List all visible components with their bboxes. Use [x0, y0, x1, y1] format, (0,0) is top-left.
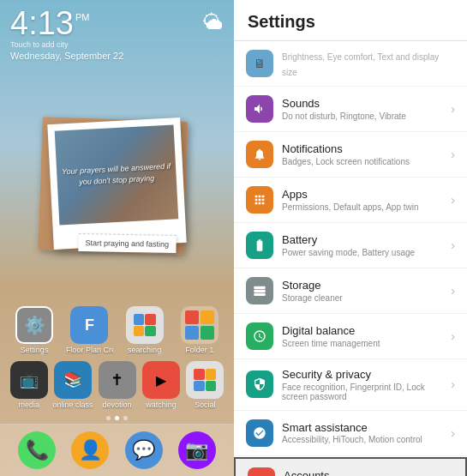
- battery-text: Battery Power saving mode, Battery usage: [282, 233, 451, 257]
- storage-icon: [246, 277, 273, 304]
- polaroid-card: Your prayers will be answered if you don…: [47, 117, 186, 250]
- devotion-app-icon[interactable]: ✝: [99, 361, 136, 399]
- digital-balance-text: Digital balance Screen time management: [282, 324, 451, 348]
- watching-app-icon[interactable]: ▶: [142, 361, 180, 399]
- app-floorplan[interactable]: F Floor Plan Creator: [66, 306, 113, 354]
- notifications-icon: [246, 141, 273, 168]
- settings-app-icon[interactable]: ⚙️: [15, 306, 53, 344]
- digital-balance-sub: Screen time management: [282, 339, 451, 348]
- partial-text: Brightness, Eye comfort, Text and displa…: [282, 48, 455, 79]
- sounds-name: Sounds: [282, 97, 451, 111]
- settings-item-apps[interactable]: Apps Permissions, Default apps, App twin…: [234, 178, 467, 223]
- digital-balance-icon: [246, 322, 273, 350]
- dot-3: [123, 416, 128, 420]
- app-online-class[interactable]: 📚 online class: [51, 361, 94, 409]
- devotion-app-label: devotion: [103, 401, 132, 409]
- storage-text: Storage Storage cleaner: [282, 279, 451, 303]
- time-block: 4:13 PM Touch to add city Wednesday, Sep…: [10, 7, 123, 61]
- settings-item-accounts[interactable]: Accounts Accounts ›: [234, 457, 467, 476]
- status-bar: 4:13 PM Touch to add city Wednesday, Sep…: [0, 0, 234, 64]
- battery-icon: [246, 232, 273, 259]
- smart-assistance-chevron: ›: [451, 426, 455, 440]
- digital-balance-chevron: ›: [451, 329, 455, 343]
- settings-item-sounds[interactable]: Sounds Do not disturb, Ringtone, Vibrate…: [234, 87, 467, 132]
- settings-item-security[interactable]: Security & privacy Face recognition, Fin…: [234, 359, 467, 411]
- security-chevron: ›: [451, 377, 455, 391]
- settings-app-label: Settings: [21, 346, 49, 354]
- card-area: Your prayers will be answered if you don…: [0, 64, 234, 303]
- social-app-icon[interactable]: [186, 361, 224, 399]
- torn-paper-note: Start praying and fasting: [78, 233, 176, 253]
- online-class-app-label: online class: [53, 401, 93, 409]
- app-watching[interactable]: ▶ watching: [139, 361, 183, 409]
- sounds-sub: Do not disturb, Ringtone, Vibrate: [282, 111, 451, 121]
- settings-item-partial[interactable]: 🖥 Brightness, Eye comfort, Text and disp…: [234, 41, 467, 87]
- floorplan-app-label: Floor Plan Creator: [66, 346, 113, 354]
- ampm-display: PM: [75, 12, 90, 22]
- dock-messages[interactable]: 💬: [125, 431, 163, 469]
- date-display: Wednesday, September 22: [10, 51, 123, 61]
- battery-sub: Power saving mode, Battery usage: [282, 248, 451, 257]
- partial-sub: Brightness, Eye comfort, Text and displa…: [282, 52, 439, 77]
- app-media[interactable]: 📺 media: [7, 361, 51, 409]
- searching-app-label: searching: [128, 346, 161, 354]
- smart-assistance-name: Smart assistance: [282, 421, 451, 435]
- dot-1: [106, 416, 111, 420]
- settings-item-storage[interactable]: Storage Storage cleaner ›: [234, 268, 467, 314]
- apps-text: Apps Permissions, Default apps, App twin: [282, 188, 451, 212]
- polaroid-image: Your prayers will be answered if you don…: [55, 124, 179, 225]
- battery-chevron: ›: [451, 238, 455, 252]
- media-app-icon[interactable]: 📺: [10, 361, 48, 399]
- notifications-text: Notifications Badges, Lock screen notifi…: [282, 142, 451, 166]
- app-devotion[interactable]: ✝ devotion: [95, 361, 139, 409]
- security-sub: Face recognition, Fingerprint ID, Lock s…: [282, 383, 451, 401]
- security-text: Security & privacy Face recognition, Fin…: [282, 368, 451, 401]
- app-searching[interactable]: searching: [121, 306, 168, 354]
- settings-item-digital-balance[interactable]: Digital balance Screen time management ›: [234, 314, 467, 359]
- battery-name: Battery: [282, 233, 451, 247]
- settings-list[interactable]: 🖥 Brightness, Eye comfort, Text and disp…: [234, 41, 467, 476]
- dock-camera[interactable]: 📷: [178, 431, 216, 469]
- accounts-text: Accounts Accounts: [284, 469, 449, 476]
- settings-item-battery[interactable]: Battery Power saving mode, Battery usage…: [234, 223, 467, 268]
- dot-2: [115, 416, 119, 420]
- dock-contacts[interactable]: 👤: [71, 431, 109, 469]
- app-settings[interactable]: ⚙️ Settings: [11, 306, 58, 354]
- online-class-app-icon[interactable]: 📚: [54, 361, 92, 399]
- searching-app-icon[interactable]: [126, 306, 164, 344]
- storage-name: Storage: [282, 279, 451, 292]
- accounts-icon: [248, 467, 275, 476]
- security-name: Security & privacy: [282, 368, 451, 382]
- social-app-label: Social: [195, 401, 216, 409]
- apps-sub: Permissions, Default apps, App twin: [282, 202, 451, 212]
- settings-title: Settings: [248, 12, 315, 31]
- touch-city-label[interactable]: Touch to add city: [10, 40, 123, 49]
- smart-assistance-text: Smart assistance Accessibility, HiTouch,…: [282, 421, 451, 445]
- storage-sub: Storage cleaner: [282, 293, 451, 303]
- notifications-name: Notifications: [282, 142, 451, 156]
- sounds-text: Sounds Do not disturb, Ringtone, Vibrate: [282, 97, 451, 121]
- settings-header: Settings: [234, 0, 467, 41]
- time-display: 4:13: [10, 7, 74, 39]
- settings-panel: Settings 🖥 Brightness, Eye comfort, Text…: [234, 0, 467, 476]
- page-dots: [0, 413, 234, 424]
- weather-icon: 🌥: [203, 10, 224, 34]
- accounts-name: Accounts: [284, 469, 449, 476]
- notifications-chevron: ›: [451, 148, 455, 161]
- sounds-icon: [246, 95, 273, 123]
- home-screen: 4:13 PM Touch to add city Wednesday, Sep…: [0, 0, 234, 476]
- dock-phone[interactable]: 📞: [18, 431, 56, 469]
- smart-assistance-icon: [246, 419, 273, 447]
- settings-item-notifications[interactable]: Notifications Badges, Lock screen notifi…: [234, 132, 467, 178]
- app-folder1[interactable]: Folder 1: [176, 306, 223, 354]
- floorplan-app-icon[interactable]: F: [70, 306, 108, 344]
- folder1-app-label: Folder 1: [185, 346, 213, 354]
- apps-chevron: ›: [451, 193, 455, 207]
- polaroid-text: Your prayers will be answered if you don…: [57, 157, 177, 193]
- settings-item-smart-assistance[interactable]: Smart assistance Accessibility, HiTouch,…: [234, 411, 467, 456]
- apps-icon: [246, 186, 273, 214]
- app-social[interactable]: Social: [183, 361, 227, 409]
- folder1-icon[interactable]: [181, 306, 219, 344]
- notifications-sub: Badges, Lock screen notifications: [282, 157, 451, 166]
- sounds-chevron: ›: [451, 102, 455, 116]
